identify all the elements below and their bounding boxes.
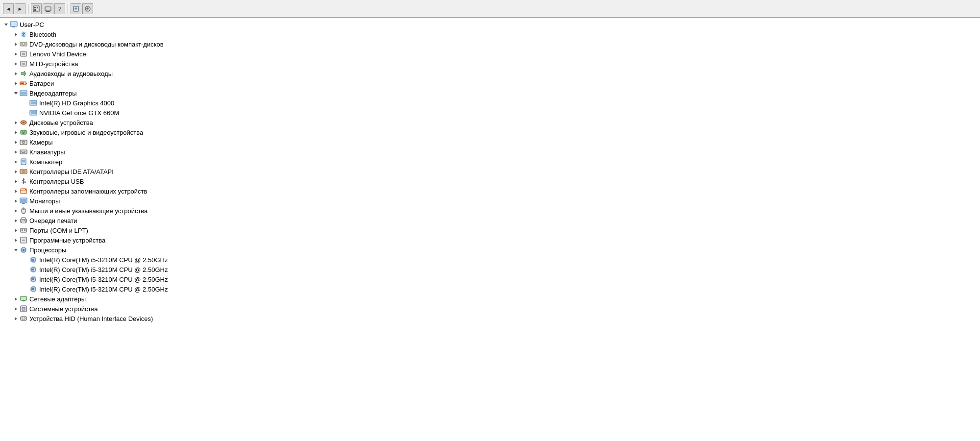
device-label-sound: Звуковые, игровые и видеоустройства bbox=[29, 129, 143, 136]
device-icon-hid bbox=[20, 315, 27, 322]
device-label-usb: Контроллеры USB bbox=[29, 178, 84, 185]
expand-icon-computer[interactable] bbox=[12, 158, 20, 166]
expand-icon-mtd[interactable] bbox=[12, 60, 20, 68]
expand-icon-mouse[interactable] bbox=[12, 207, 20, 215]
expand-icon-disk[interactable] bbox=[12, 119, 20, 126]
tree-item-sysdev[interactable]: Системные устройства bbox=[0, 304, 980, 314]
tree-item-ports[interactable]: Порты (COM и LPT) bbox=[0, 225, 980, 235]
tree-item-nvidia[interactable]: NVIDIA GeForce GTX 660M bbox=[0, 108, 980, 118]
expand-icon-user-pc[interactable] bbox=[2, 21, 10, 28]
expand-icon-video[interactable] bbox=[12, 89, 20, 97]
tree-item-keyboard[interactable]: Клавиатуры bbox=[0, 147, 980, 157]
expand-icon-monitors[interactable] bbox=[12, 197, 20, 205]
expand-icon-cpu1[interactable] bbox=[22, 256, 29, 264]
tree-item-bluetooth[interactable]: Bluetooth bbox=[0, 29, 980, 39]
svg-rect-25 bbox=[26, 83, 27, 84]
expand-icon-cpu2[interactable] bbox=[22, 266, 29, 273]
tree-item-battery[interactable]: Батареи bbox=[0, 78, 980, 88]
expand-icon-netadapt[interactable] bbox=[12, 295, 20, 303]
tree-item-cpu1[interactable]: Intel(R) Core(TM) i5-3210M CPU @ 2.50GHz bbox=[0, 255, 980, 265]
device-icon-usb bbox=[20, 177, 27, 185]
tree-item-dvd[interactable]: DVD-дисководы и дисководы компакт-дисков bbox=[0, 39, 980, 49]
help-button[interactable]: ? bbox=[54, 3, 65, 14]
device-icon-nvidia bbox=[29, 109, 37, 117]
tree-item-user-pc[interactable]: User-PC bbox=[0, 20, 980, 29]
expand-icon-hid[interactable] bbox=[12, 315, 20, 322]
expand-icon-keyboard[interactable] bbox=[12, 148, 20, 156]
expand-icon-print[interactable] bbox=[12, 217, 20, 224]
expand-icon-battery[interactable] bbox=[12, 79, 20, 87]
device-label-intel-hd: Intel(R) HD Graphics 4000 bbox=[39, 99, 114, 107]
expand-icon-ports[interactable] bbox=[12, 226, 20, 234]
svg-rect-43 bbox=[23, 151, 24, 152]
expand-icon-lenovo[interactable] bbox=[12, 50, 20, 58]
tree-item-video[interactable]: Видеоадаптеры bbox=[0, 88, 980, 98]
device-icon-cpu2 bbox=[29, 266, 37, 273]
tree-item-computer[interactable]: Компьютер bbox=[0, 157, 980, 167]
expand-icon-nvidia[interactable] bbox=[22, 109, 29, 117]
expand-icon-storage[interactable] bbox=[12, 187, 20, 195]
forward-button[interactable]: ► bbox=[15, 3, 25, 14]
device-icon-ports bbox=[20, 226, 27, 234]
svg-rect-4 bbox=[45, 7, 51, 11]
svg-rect-90 bbox=[23, 249, 24, 251]
tree-item-cpu2[interactable]: Intel(R) Core(TM) i5-3210M CPU @ 2.50GHz bbox=[0, 265, 980, 274]
device-icon-dvd bbox=[20, 40, 27, 48]
tree-item-sound[interactable]: Звуковые, игровые и видеоустройства bbox=[0, 127, 980, 137]
device-label-keyboard: Клавиатуры bbox=[29, 148, 65, 156]
tree-item-netadapt[interactable]: Сетевые адаптеры bbox=[0, 294, 980, 304]
expand-icon-audio[interactable] bbox=[12, 70, 20, 77]
device-icon-netadapt bbox=[20, 295, 27, 303]
device-label-print: Очереди печати bbox=[29, 217, 77, 224]
tree-item-intel-hd[interactable]: Intel(R) HD Graphics 4000 bbox=[0, 98, 980, 108]
expand-icon-bluetooth[interactable] bbox=[12, 30, 20, 38]
tree-item-prog[interactable]: Программные устройства bbox=[0, 235, 980, 245]
tree-item-storage[interactable]: Контроллеры запоминающих устройств bbox=[0, 186, 980, 196]
expand-icon-cpu[interactable] bbox=[12, 246, 20, 254]
device-label-storage: Контроллеры запоминающих устройств bbox=[29, 188, 147, 195]
tree-item-disk[interactable]: Дисковые устройства bbox=[0, 118, 980, 127]
expand-icon-prog[interactable] bbox=[12, 236, 20, 244]
device-icon-intel-hd bbox=[29, 99, 37, 107]
toolbar-btn-1[interactable] bbox=[31, 3, 42, 14]
device-label-camera: Камеры bbox=[29, 139, 53, 146]
tree-item-camera[interactable]: Камеры bbox=[0, 137, 980, 147]
svg-rect-104 bbox=[32, 259, 34, 261]
back-button[interactable]: ◄ bbox=[3, 3, 14, 14]
toolbar-btn-2[interactable] bbox=[43, 3, 53, 14]
tree-item-cpu3[interactable]: Intel(R) Core(TM) i5-3210M CPU @ 2.50GHz bbox=[0, 274, 980, 284]
expand-icon-cpu4[interactable] bbox=[22, 285, 29, 293]
svg-point-57 bbox=[24, 182, 26, 183]
expand-icon-camera[interactable] bbox=[12, 138, 20, 146]
expand-icon-cpu3[interactable] bbox=[22, 275, 29, 283]
tree-item-audio[interactable]: Аудиовходы и аудиовыходы bbox=[0, 69, 980, 78]
svg-point-18 bbox=[23, 44, 24, 45]
tree-item-mouse[interactable]: Мыши и иные указывающие устройства bbox=[0, 206, 980, 216]
svg-rect-48 bbox=[22, 160, 25, 162]
svg-rect-153 bbox=[22, 318, 23, 318]
expand-icon-sysdev[interactable] bbox=[12, 305, 20, 313]
tree-item-cpu[interactable]: Процессоры bbox=[0, 245, 980, 255]
tree-item-usb[interactable]: Контроллеры USB bbox=[0, 176, 980, 186]
toolbar-btn-3[interactable] bbox=[71, 3, 81, 14]
expand-icon-usb[interactable] bbox=[12, 177, 20, 185]
device-icon-keyboard bbox=[20, 148, 27, 156]
expand-icon-sound[interactable] bbox=[12, 128, 20, 136]
expand-icon-intel-hd[interactable] bbox=[22, 99, 29, 107]
tree-item-ide[interactable]: Контроллеры IDE ATA/ATAPI bbox=[0, 167, 980, 176]
tree-item-print[interactable]: Очереди печати bbox=[0, 216, 980, 225]
tree-item-cpu4[interactable]: Intel(R) Core(TM) i5-3210M CPU @ 2.50GHz bbox=[0, 284, 980, 294]
toolbar-btn-4[interactable] bbox=[82, 3, 93, 14]
tree-item-monitors[interactable]: Мониторы bbox=[0, 196, 980, 206]
svg-rect-49 bbox=[23, 163, 24, 163]
svg-rect-155 bbox=[22, 319, 25, 319]
tree-item-lenovo[interactable]: Lenovo Vhid Device bbox=[0, 49, 980, 59]
tree-item-hid[interactable]: Устройства HID (Human Interface Devices) bbox=[0, 314, 980, 323]
device-icon-bluetooth bbox=[20, 30, 27, 38]
device-icon-sound bbox=[20, 128, 27, 136]
device-icon-lenovo bbox=[20, 50, 27, 58]
expand-icon-ide[interactable] bbox=[12, 168, 20, 175]
expand-icon-dvd[interactable] bbox=[12, 40, 20, 48]
tree-item-mtd[interactable]: MTD-устройства bbox=[0, 59, 980, 69]
svg-rect-132 bbox=[32, 278, 34, 280]
